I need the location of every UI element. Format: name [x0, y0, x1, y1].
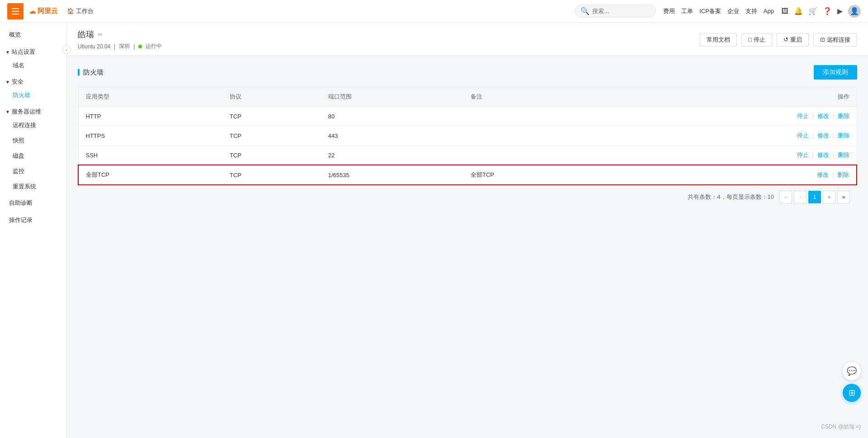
cell-action: 停止 | 修改 | 删除 — [606, 107, 857, 126]
sidebar-item-reset-system[interactable]: 重置系统 — [0, 179, 66, 194]
restart-label: 重启 — [790, 36, 802, 44]
table-header: 应用类型 协议 端口范围 备注 操作 — [78, 87, 857, 107]
sidebar-item-firewall[interactable]: 防火墙 — [0, 88, 66, 103]
cell-remark — [463, 126, 606, 146]
sidebar-group-server-ops[interactable]: ▼ 服务器运维 — [0, 103, 66, 118]
instance-meta: Ubuntu 20.04 | 深圳 | 运行中 — [78, 42, 162, 50]
float-buttons: 💬 ⊞ — [843, 362, 861, 402]
cell-app-type: HTTP — [78, 107, 222, 126]
search-box: 🔍 — [575, 5, 656, 18]
sidebar-item-domain[interactable]: 域名 — [0, 58, 66, 73]
logo-text: 阿里云 — [38, 7, 58, 15]
nav-item-app[interactable]: App — [764, 8, 774, 14]
grid-float-button[interactable]: ⊞ — [843, 384, 861, 402]
security-label: 安全 — [12, 78, 24, 86]
table-body: HTTP TCP 80 停止 | 修改 | 删除 — [78, 107, 857, 185]
restart-button[interactable]: ↺ 重启 — [777, 33, 809, 47]
nav-item-cost[interactable]: 费用 — [663, 7, 675, 15]
server-ops-label: 服务器运维 — [12, 108, 41, 116]
cell-protocol: TCP — [222, 107, 321, 126]
delete-rule-link-0[interactable]: 删除 — [838, 113, 849, 119]
pagination-next[interactable]: › — [823, 191, 835, 203]
nav-item-support[interactable]: 支持 — [745, 7, 757, 15]
table-row: HTTPS TCP 443 停止 | 修改 | 删除 — [78, 126, 857, 146]
sidebar-item-self-diagnose[interactable]: 自助诊断 — [0, 194, 66, 212]
delete-rule-link-2[interactable]: 删除 — [838, 151, 849, 158]
stop-rule-link-0[interactable]: 停止 — [797, 113, 809, 119]
instance-actions: 常用文档 □ 停止 ↺ 重启 ⊡ 远程连接 — [700, 33, 857, 47]
cell-port-range: 22 — [321, 146, 463, 165]
pagination-prev[interactable]: ‹ — [794, 191, 807, 203]
cart-icon[interactable]: 🛒 — [808, 7, 817, 15]
nav-item-icp[interactable]: ICP备案 — [699, 7, 721, 15]
pagination-first[interactable]: « — [779, 191, 792, 203]
col-action: 操作 — [606, 87, 857, 107]
sidebar-group-site-settings[interactable]: ▼ 站点设置 — [0, 43, 66, 58]
delete-rule-link-1[interactable]: 删除 — [838, 132, 849, 139]
image-icon[interactable]: 🖼 — [781, 7, 788, 15]
cell-action: 停止 | 修改 | 删除 — [606, 126, 857, 146]
instance-system: Ubuntu 20.04 — [78, 43, 110, 50]
remote-label: 远程连接 — [827, 36, 850, 44]
cell-app-type: SSH — [78, 146, 222, 165]
top-nav: ☁ 阿里云 🏠 工作台 🔍 费用 工单 ICP备案 企业 支持 App 🖼 🔔 … — [0, 0, 868, 23]
highlighted-table-row: 全部TCP TCP 1/65535 全部TCP 修改 | 删除 — [78, 165, 857, 185]
cell-remark — [463, 146, 606, 165]
home-icon: 🏠 — [67, 8, 74, 14]
sidebar-item-snapshot[interactable]: 快照 — [0, 133, 66, 148]
cell-protocol-highlighted: TCP — [222, 165, 321, 185]
firewall-section: 防火墙 添加规则 应用类型 协议 端口范围 备注 操作 — [67, 56, 868, 218]
sidebar-item-overview-label: 概览 — [9, 31, 21, 39]
ops-log-label: 操作记录 — [9, 216, 33, 224]
stop-rule-link-2[interactable]: 停止 — [797, 151, 809, 158]
hamburger-menu-button[interactable] — [7, 3, 24, 19]
sidebar-item-ops-log[interactable]: 操作记录 — [0, 212, 66, 229]
chat-float-button[interactable]: 💬 — [843, 362, 861, 380]
search-input[interactable] — [592, 8, 651, 14]
common-doc-button[interactable]: 常用文档 — [700, 33, 737, 47]
edit-rule-link-2[interactable]: 修改 — [817, 151, 829, 158]
delete-rule-link-3[interactable]: 删除 — [837, 171, 849, 178]
content-area: 皓瑞 ✏ Ubuntu 20.04 | 深圳 | 运行中 常用文档 □ 停止 — [67, 23, 868, 438]
bell-icon[interactable]: 🔔 — [794, 7, 803, 15]
nav-item-ticket[interactable]: 工单 — [681, 7, 693, 15]
col-port-range: 端口范围 — [321, 87, 463, 107]
sidebar-item-remote-connect[interactable]: 远程连接 — [0, 118, 66, 133]
logo-icon: ☁ — [29, 7, 36, 15]
separator1: | — [114, 43, 115, 50]
sidebar-item-disk[interactable]: 磁盘 — [0, 148, 66, 164]
edit-rule-link-0[interactable]: 修改 — [817, 113, 829, 119]
pagination-page-1[interactable]: 1 — [808, 191, 821, 203]
add-rule-button[interactable]: 添加规则 — [814, 65, 857, 80]
instance-name: 皓瑞 — [78, 29, 94, 40]
nav-icon-group: 🖼 🔔 🛒 ❓ ▶ 👤 — [781, 5, 861, 18]
nav-item-enterprise[interactable]: 企业 — [727, 7, 739, 15]
snapshot-label: 快照 — [13, 137, 24, 144]
stop-button[interactable]: □ 停止 — [741, 33, 772, 47]
remote-connect-button[interactable]: ⊡ 远程连接 — [813, 33, 857, 47]
pagination-last[interactable]: » — [837, 191, 850, 203]
question-icon[interactable]: ❓ — [823, 7, 832, 15]
pagination-row: 共有条数：4，每页显示条数：10 « ‹ 1 › » — [78, 185, 857, 209]
edit-rule-link-3[interactable]: 修改 — [817, 171, 829, 178]
stop-rule-link-1[interactable]: 停止 — [797, 132, 809, 139]
firewall-label: 防火墙 — [13, 92, 30, 99]
sidebar-item-monitor[interactable]: 监控 — [0, 164, 66, 179]
cell-port-range: 80 — [321, 107, 463, 126]
sidebar-item-overview[interactable]: 概览 — [0, 26, 66, 43]
server-ops-arrow: ▼ — [5, 109, 10, 114]
cell-protocol: TCP — [222, 126, 321, 146]
avatar[interactable]: 👤 — [848, 5, 861, 18]
remote-connect-label: 远程连接 — [13, 122, 36, 128]
pagination-info: 共有条数：4，每页显示条数：10 — [688, 193, 774, 201]
edit-rule-link-1[interactable]: 修改 — [817, 132, 829, 139]
workbench-button[interactable]: 🏠 工作台 — [63, 5, 97, 17]
sidebar-group-security[interactable]: ▼ 安全 — [0, 73, 66, 88]
media-icon[interactable]: ▶ — [837, 7, 843, 15]
stop-label: 停止 — [754, 36, 765, 44]
col-remark: 备注 — [463, 87, 606, 107]
edit-icon[interactable]: ✏ — [98, 31, 103, 38]
sidebar-collapse-button[interactable]: ‹ — [62, 45, 71, 54]
cell-action-highlighted: 修改 | 删除 — [606, 165, 857, 185]
disk-label: 磁盘 — [13, 152, 24, 159]
